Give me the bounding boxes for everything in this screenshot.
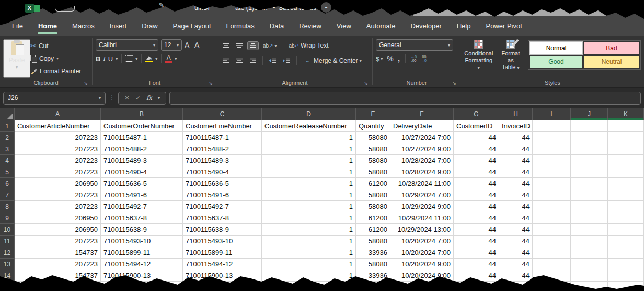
chevron-down-icon[interactable]: ▾ <box>175 57 177 61</box>
cell-J9[interactable] <box>571 212 608 224</box>
cell-I3[interactable] <box>533 143 571 155</box>
row-header-15[interactable]: 15 <box>0 282 15 291</box>
cell-J15[interactable] <box>571 282 608 291</box>
cell-G14[interactable]: 44 <box>454 270 499 282</box>
formula-input[interactable] <box>169 92 641 105</box>
align-bottom-button[interactable] <box>248 42 258 50</box>
cell-J8[interactable] <box>571 201 608 212</box>
wrap-text-button[interactable]: ab↵ Wrap Text <box>288 41 330 50</box>
row-header-2[interactable]: 2 <box>0 132 15 143</box>
grow-font-button[interactable]: Aˆ <box>185 41 192 49</box>
cell-I13[interactable] <box>533 259 571 270</box>
cell-K5[interactable] <box>608 166 644 178</box>
cancel-icon[interactable]: ✕ <box>124 94 130 102</box>
comma-button[interactable]: , <box>398 56 400 61</box>
column-header-B[interactable]: B <box>101 108 183 120</box>
dialog-launcher-icon[interactable]: ↘ <box>84 81 88 86</box>
cell-A10[interactable]: 206950 <box>15 224 101 236</box>
cell-E3[interactable]: 58080 <box>356 143 390 155</box>
cell-C1[interactable]: CustomerLineNumber <box>183 120 262 132</box>
cell-G2[interactable]: 44 <box>454 132 499 143</box>
cell-K8[interactable] <box>608 201 644 212</box>
cut-button[interactable]: ✂ Cut <box>30 40 81 51</box>
row-header-12[interactable]: 12 <box>0 247 15 259</box>
cell-D13[interactable]: 1 <box>262 259 356 270</box>
cell-D2[interactable]: 1 <box>262 132 356 143</box>
cell-D1[interactable]: CustomerRealeaseNumber <box>262 120 356 132</box>
cell-D10[interactable]: 1 <box>262 224 356 236</box>
cell-C14[interactable]: 7100115900-13 <box>183 270 262 282</box>
cell-E13[interactable]: 58080 <box>356 259 390 270</box>
cell-I9[interactable] <box>533 212 571 224</box>
column-header-J[interactable]: J <box>571 108 608 120</box>
cell-H2[interactable]: 44 <box>499 132 533 143</box>
row-header-14[interactable]: 14 <box>0 270 15 282</box>
cell-C2[interactable]: 7100115487-1 <box>183 132 262 143</box>
chevron-down-icon[interactable]: ⌄ <box>321 2 331 13</box>
cell-D15[interactable] <box>262 282 356 291</box>
cell-style-good[interactable]: Good <box>530 56 582 68</box>
row-header-11[interactable]: 11 <box>0 236 15 247</box>
cell-K12[interactable] <box>608 247 644 259</box>
cell-C8[interactable]: 7100115492-7 <box>183 201 262 212</box>
cell-F9[interactable]: 10/29/2024 11:00 <box>390 212 454 224</box>
font-name-select[interactable]: Calibri ▾ <box>96 39 158 51</box>
cell-J3[interactable] <box>571 143 608 155</box>
cell-H4[interactable]: 44 <box>499 155 533 166</box>
cell-K1[interactable] <box>608 120 644 132</box>
cell-G12[interactable]: 44 <box>454 247 499 259</box>
cell-C7[interactable]: 7100115491-6 <box>183 189 262 201</box>
cell-I12[interactable] <box>533 247 571 259</box>
column-header-C[interactable]: C <box>183 108 262 120</box>
cell-K10[interactable] <box>608 224 644 236</box>
cell-D12[interactable]: 1 <box>262 247 356 259</box>
align-left-button[interactable] <box>221 57 231 65</box>
cell-B10[interactable]: 7100115638-9 <box>101 224 183 236</box>
cell-H9[interactable]: 44 <box>499 212 533 224</box>
cell-B7[interactable]: 7100115491-6 <box>101 189 183 201</box>
cell-B9[interactable]: 7100115637-8 <box>101 212 183 224</box>
bold-button[interactable]: B <box>96 55 100 63</box>
cell-G4[interactable]: 44 <box>454 155 499 166</box>
column-header-K[interactable]: K <box>608 108 644 120</box>
cell-H10[interactable]: 44 <box>499 224 533 236</box>
cell-J4[interactable] <box>571 155 608 166</box>
menu-tab-power-pivot[interactable]: Power Pivot <box>485 21 522 31</box>
column-header-D[interactable]: D <box>262 108 356 120</box>
cell-A14[interactable]: 154737 <box>15 270 101 282</box>
row-header-9[interactable]: 9 <box>0 212 15 224</box>
cell-K14[interactable] <box>608 270 644 282</box>
row-header-8[interactable]: 8 <box>0 201 15 212</box>
cell-K15[interactable] <box>608 282 644 291</box>
orientation-button[interactable]: ab↗ ▾ <box>261 42 279 50</box>
dialog-launcher-icon[interactable]: ↘ <box>209 81 213 86</box>
cell-F3[interactable]: 10/27/2024 9:00 <box>390 143 454 155</box>
cell-I4[interactable] <box>533 155 571 166</box>
menu-tab-macros[interactable]: Macros <box>72 21 95 31</box>
menu-tab-automate[interactable]: Automate <box>366 21 396 31</box>
cell-E14[interactable]: 33936 <box>356 270 390 282</box>
cell-H14[interactable]: 44 <box>499 270 533 282</box>
align-right-button[interactable] <box>248 57 258 65</box>
cell-A12[interactable]: 154737 <box>15 247 101 259</box>
cell-H13[interactable]: 44 <box>499 259 533 270</box>
cell-D4[interactable]: 1 <box>262 155 356 166</box>
cell-F14[interactable]: 10/20/2024 9:00 <box>390 270 454 282</box>
cell-D5[interactable]: 1 <box>262 166 356 178</box>
merge-center-button[interactable]: ↔ Merge & Center ▾ <box>301 56 363 65</box>
menu-tab-draw[interactable]: Draw <box>141 21 158 31</box>
cell-J7[interactable] <box>571 189 608 201</box>
cell-E6[interactable]: 61200 <box>356 178 390 189</box>
cell-C5[interactable]: 7100115490-4 <box>183 166 262 178</box>
cell-C13[interactable]: 7100115494-12 <box>183 259 262 270</box>
column-header-H[interactable]: H <box>499 108 533 120</box>
cell-G8[interactable]: 44 <box>454 201 499 212</box>
cell-I11[interactable] <box>533 236 571 247</box>
cell-H5[interactable]: 44 <box>499 166 533 178</box>
cell-B14[interactable]: 7100115900-13 <box>101 270 183 282</box>
cell-F7[interactable]: 10/29/2024 7:00 <box>390 189 454 201</box>
enter-icon[interactable]: ✓ <box>135 94 141 102</box>
cell-G15[interactable] <box>454 282 499 291</box>
font-color-button[interactable]: A <box>165 55 172 63</box>
dialog-launcher-icon[interactable]: ↘ <box>452 81 456 86</box>
